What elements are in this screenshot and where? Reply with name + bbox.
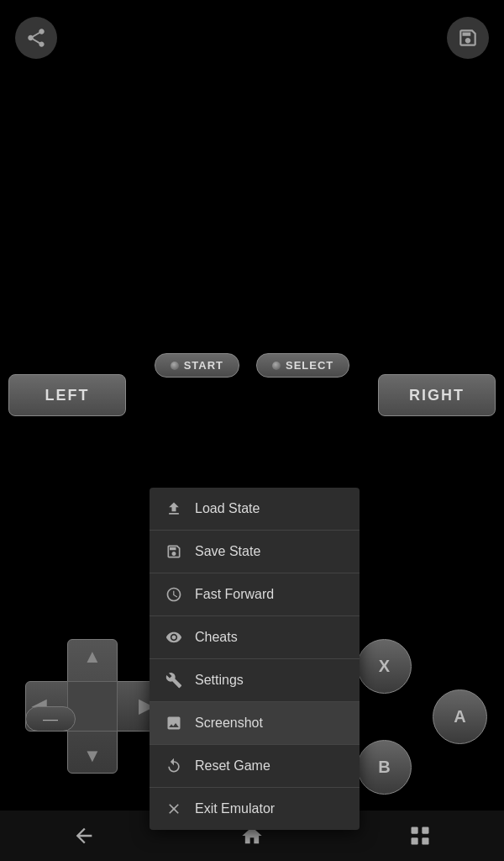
menu-item-settings[interactable]: Settings (150, 659, 360, 702)
minus-button[interactable]: — (25, 706, 76, 732)
screenshot-icon (165, 714, 183, 732)
b-button[interactable]: B (357, 740, 412, 795)
save-icon-button[interactable] (447, 17, 489, 59)
menu-item-screenshot[interactable]: Screenshot (150, 702, 360, 745)
menu-item-load-state[interactable]: Load State (150, 488, 360, 531)
cheats-label: Cheats (195, 630, 238, 645)
load-state-icon (165, 499, 183, 518)
context-menu: Load State Save State Fast Forward Cheat… (150, 488, 360, 830)
svg-rect-2 (412, 837, 418, 844)
a-button[interactable]: A (433, 689, 487, 744)
left-button[interactable]: LEFT (8, 374, 126, 416)
reset-game-icon (165, 757, 183, 775)
select-dot (272, 362, 281, 370)
start-label: START (184, 359, 223, 372)
screenshot-label: Screenshot (195, 716, 263, 731)
fast-forward-label: Fast Forward (195, 587, 274, 602)
menu-item-exit-emulator[interactable]: Exit Emulator (150, 788, 360, 830)
start-button[interactable]: START (155, 353, 239, 378)
back-nav-button[interactable] (67, 819, 101, 853)
start-dot (171, 362, 179, 370)
x-button[interactable]: X (357, 639, 412, 694)
share-button[interactable] (15, 17, 57, 59)
select-label: SELECT (286, 359, 333, 372)
reset-game-label: Reset Game (195, 758, 270, 774)
recents-nav-button[interactable] (403, 819, 437, 853)
dpad-down-arrow: ▼ (83, 745, 102, 767)
right-button[interactable]: RIGHT (378, 374, 496, 416)
svg-rect-0 (412, 827, 418, 834)
fast-forward-icon (165, 585, 183, 604)
select-button[interactable]: SELECT (256, 353, 349, 378)
menu-item-save-state[interactable]: Save State (150, 531, 360, 573)
dpad-center (67, 681, 118, 732)
cheats-icon (165, 628, 183, 647)
load-state-label: Load State (195, 501, 260, 516)
minus-icon: — (43, 710, 58, 728)
svg-rect-1 (422, 827, 428, 834)
save-state-label: Save State (195, 544, 260, 559)
top-bar (0, 0, 504, 92)
menu-item-fast-forward[interactable]: Fast Forward (150, 573, 360, 616)
save-state-icon (165, 542, 183, 561)
exit-emulator-label: Exit Emulator (195, 801, 275, 816)
exit-emulator-icon (165, 800, 183, 818)
menu-item-cheats[interactable]: Cheats (150, 616, 360, 659)
settings-icon (165, 671, 183, 689)
dpad-up-arrow: ▲ (83, 646, 102, 668)
menu-item-reset-game[interactable]: Reset Game (150, 745, 360, 788)
svg-rect-3 (422, 837, 428, 844)
settings-label: Settings (195, 673, 244, 688)
